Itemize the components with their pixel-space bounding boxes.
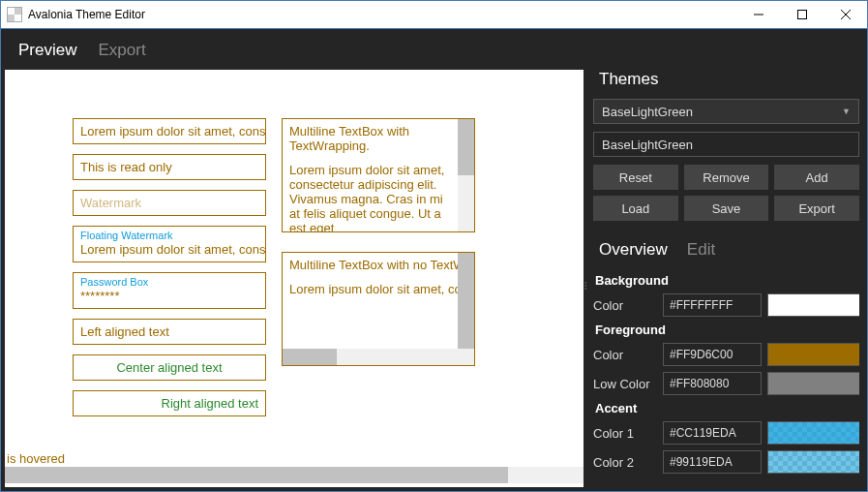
- accent-heading: Accent: [595, 401, 859, 415]
- floating-watermark-label: Floating Watermark: [80, 230, 258, 241]
- background-heading: Background: [595, 273, 859, 288]
- fg-lowcolor-input[interactable]: #FF808080: [663, 372, 762, 395]
- detail-tab-bar: Overview Edit: [599, 240, 859, 260]
- nowrap-vscrollbar[interactable]: [458, 253, 474, 349]
- nowrap-hscrollbar[interactable]: [283, 349, 474, 365]
- add-button[interactable]: Add: [774, 165, 859, 190]
- multiline-scrollbar[interactable]: [458, 119, 474, 231]
- fg-color-label: Color: [593, 348, 657, 362]
- maximize-button[interactable]: [780, 1, 823, 28]
- save-button[interactable]: Save: [684, 196, 769, 221]
- remove-button[interactable]: Remove: [684, 165, 769, 190]
- load-button[interactable]: Load: [593, 196, 678, 221]
- window-title: Avalonia Theme Editor: [28, 8, 736, 21]
- theme-name-input[interactable]: BaseLightGreen: [593, 132, 859, 157]
- multiline-text-1a: Multiline TextBox with TextWrapping.: [289, 124, 451, 153]
- textbox-watermark[interactable]: Watermark: [73, 190, 266, 216]
- fg-lowcolor-label: Low Color: [593, 377, 657, 391]
- accent1-input[interactable]: #CC119EDA: [663, 421, 762, 445]
- title-bar: Avalonia Theme Editor: [0, 0, 868, 29]
- accent2-label: Color 2: [593, 455, 657, 470]
- accent1-label: Color 1: [593, 426, 657, 441]
- chevron-down-icon: ▼: [842, 107, 851, 116]
- accent2-input[interactable]: #99119EDA: [663, 450, 762, 474]
- fg-color-swatch[interactable]: [767, 343, 859, 366]
- textbox-multiline-nowrap[interactable]: Multiline TextBox with no TextWrapping. …: [282, 252, 475, 366]
- preview-hscrollbar[interactable]: [5, 467, 584, 483]
- tab-preview[interactable]: Preview: [18, 41, 76, 60]
- foreground-heading: Foreground: [595, 323, 859, 337]
- themes-panel: Themes BaseLightGreen ▼ BaseLightGreen R…: [589, 70, 867, 491]
- bg-color-swatch[interactable]: [767, 293, 859, 317]
- fg-color-input[interactable]: #FF9D6C00: [663, 343, 762, 366]
- textbox-readonly[interactable]: This is read only: [73, 154, 266, 180]
- nowrap-text-2a: Multiline TextBox with no TextWrapping.: [289, 258, 451, 272]
- textbox-left-aligned[interactable]: Left aligned text: [73, 319, 266, 345]
- textbox-right-aligned[interactable]: Right aligned text: [73, 390, 266, 416]
- floating-watermark-value: Lorem ipsum dolor sit amet, consectetur: [80, 242, 266, 257]
- reset-button[interactable]: Reset: [593, 165, 678, 190]
- tab-edit[interactable]: Edit: [687, 240, 715, 260]
- textbox-single[interactable]: Lorem ipsum dolor sit amet, consectetur: [73, 118, 266, 144]
- preview-pane: Lorem ipsum dolor sit amet, consectetur …: [5, 70, 584, 487]
- tab-export[interactable]: Export: [98, 41, 145, 60]
- password-value: ********: [80, 289, 119, 303]
- multiline-text-1b: Lorem ipsum dolor sit amet, consectetur …: [289, 163, 451, 231]
- close-button[interactable]: [823, 1, 867, 28]
- accent2-swatch[interactable]: [767, 450, 859, 474]
- themes-heading: Themes: [599, 70, 859, 89]
- fg-lowcolor-swatch[interactable]: [767, 372, 859, 395]
- textbox-multiline-wrap[interactable]: Multiline TextBox with TextWrapping. Lor…: [282, 118, 475, 232]
- main-tab-bar: Preview Export: [1, 29, 867, 70]
- textbox-floating[interactable]: Floating Watermark Lorem ipsum dolor sit…: [73, 226, 266, 262]
- bg-color-input[interactable]: #FFFFFFFF: [663, 293, 762, 317]
- tab-overview[interactable]: Overview: [599, 240, 668, 260]
- export-button[interactable]: Export: [774, 196, 859, 221]
- theme-select[interactable]: BaseLightGreen ▼: [593, 99, 859, 124]
- textbox-password[interactable]: Password Box ********: [73, 272, 266, 309]
- minimize-button[interactable]: [736, 1, 780, 28]
- app-icon: [7, 7, 22, 22]
- svg-rect-1: [797, 11, 806, 19]
- accent1-swatch[interactable]: [767, 421, 859, 445]
- bg-color-label: Color: [593, 298, 657, 313]
- password-label: Password Box: [80, 276, 258, 288]
- textbox-center-aligned[interactable]: Center aligned text: [73, 354, 266, 381]
- splitter[interactable]: •••: [584, 70, 589, 491]
- status-text: is hovered: [7, 451, 65, 466]
- theme-select-value: BaseLightGreen: [602, 105, 693, 119]
- nowrap-text-2b: Lorem ipsum dolor sit amet, consectetur: [289, 282, 451, 296]
